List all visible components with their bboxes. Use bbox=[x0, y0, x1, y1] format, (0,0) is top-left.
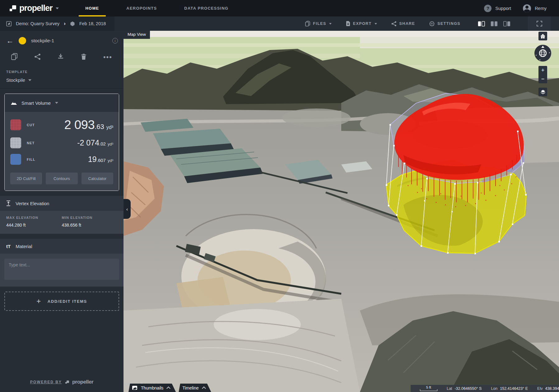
map-3d-scene[interactable] bbox=[123, 31, 559, 392]
primary-tabs: HOME AEROPOINTS DATA PROCESSING bbox=[72, 0, 242, 16]
map-back-icon bbox=[6, 21, 12, 26]
duplicate-button[interactable] bbox=[11, 53, 17, 61]
export-button[interactable]: EXPORT bbox=[346, 21, 377, 26]
mountain-icon bbox=[11, 101, 17, 105]
site-name: Demo: Quarry Survey bbox=[16, 21, 59, 26]
longitude-readout: Lon152.4146423° E bbox=[491, 386, 528, 391]
files-button[interactable]: FILES bbox=[305, 21, 331, 26]
map-status-bar: 5 ft Lat-32.0646550° S Lon152.4146423° E… bbox=[411, 385, 559, 392]
net-swatch bbox=[10, 137, 21, 148]
min-elevation-value: 438.656 ft bbox=[62, 223, 118, 228]
cutfill-2d-button[interactable]: 2D Cut/Fill bbox=[10, 173, 42, 184]
cut-swatch bbox=[10, 119, 21, 130]
zoom-control: + − bbox=[538, 66, 547, 83]
fill-volume-row: FILL 19.607yd³ bbox=[10, 151, 113, 168]
support-button[interactable]: ? Support bbox=[484, 5, 511, 12]
layout-right-panel-icon[interactable] bbox=[503, 21, 510, 26]
map-scale: 5 ft bbox=[420, 386, 437, 391]
tab-aeropoints[interactable]: AEROPOINTS bbox=[113, 0, 170, 16]
layers-button[interactable] bbox=[538, 88, 547, 96]
chevron-down-icon bbox=[329, 23, 332, 25]
fullscreen-icon[interactable] bbox=[537, 21, 542, 26]
share-icon bbox=[391, 21, 397, 26]
share-layer-button[interactable] bbox=[34, 53, 41, 61]
north-indicator-icon bbox=[541, 46, 544, 48]
brand-name: propeller bbox=[19, 3, 53, 13]
latitude-readout: Lat-32.0646550° S bbox=[447, 386, 482, 391]
globe-icon bbox=[538, 49, 547, 58]
powered-by: POWERED BY propeller bbox=[0, 379, 123, 392]
image-icon bbox=[132, 386, 137, 390]
vertex-elevation-section: Vertex Elevation MAX ELEVATION 444.280 f… bbox=[0, 196, 123, 234]
chevron-left-icon: ‹ bbox=[126, 206, 128, 212]
trash-icon bbox=[81, 53, 86, 60]
layer-name: stockpile-1 bbox=[31, 38, 54, 44]
calculator-button[interactable]: Calculator bbox=[82, 173, 113, 184]
layers-icon bbox=[540, 90, 546, 95]
share-button[interactable]: SHARE bbox=[391, 21, 415, 26]
elevation-icon bbox=[6, 201, 11, 206]
fill-swatch bbox=[10, 154, 21, 165]
help-icon: ? bbox=[484, 5, 491, 12]
avatar bbox=[523, 4, 531, 12]
delete-button[interactable] bbox=[81, 53, 86, 61]
plus-icon: + bbox=[36, 297, 41, 306]
back-button[interactable]: ← bbox=[6, 37, 14, 44]
chevron-down-icon[interactable] bbox=[56, 7, 59, 9]
breadcrumb-chevron-icon: › bbox=[64, 21, 66, 27]
smart-volume-card: Smart Volume CUT 2 093.63yd³ NET -2 074.… bbox=[4, 94, 119, 191]
material-input[interactable] bbox=[4, 259, 119, 280]
chevron-down-icon bbox=[28, 79, 31, 81]
material-section: tT Material bbox=[0, 239, 123, 287]
stockpile-overlay[interactable] bbox=[386, 93, 527, 254]
chevron-down-icon bbox=[55, 102, 58, 104]
layer-color-dot[interactable] bbox=[19, 37, 26, 44]
share-icon bbox=[34, 53, 41, 60]
zoom-in-button[interactable]: + bbox=[541, 67, 545, 73]
site-switcher[interactable]: Demo: Quarry Survey › Feb 18, 2018 bbox=[0, 16, 114, 31]
thumbnails-tab[interactable]: Thumbnails bbox=[128, 384, 176, 392]
more-options-icon[interactable]: ••• bbox=[103, 56, 112, 59]
text-icon: tT bbox=[6, 244, 11, 249]
home-view-button[interactable] bbox=[538, 32, 547, 40]
map-viewport: Map View ‹ + − bbox=[123, 31, 559, 392]
dataset-hexagon-icon bbox=[70, 21, 75, 26]
export-icon bbox=[346, 21, 350, 26]
contours-button[interactable]: Contours bbox=[46, 173, 77, 184]
material-header[interactable]: tT Material bbox=[0, 239, 123, 254]
cut-volume-row: CUT 2 093.63yd³ bbox=[10, 115, 113, 135]
compass-control[interactable] bbox=[534, 45, 551, 62]
net-value: -2 074 bbox=[77, 138, 99, 147]
tab-home[interactable]: HOME bbox=[72, 0, 113, 16]
download-button[interactable] bbox=[58, 53, 64, 61]
settings-button[interactable]: SETTINGS bbox=[429, 21, 460, 26]
sidebar-collapse-button[interactable]: ‹ bbox=[123, 199, 131, 219]
chevron-up-icon bbox=[167, 387, 170, 389]
download-icon bbox=[58, 53, 64, 60]
gear-icon bbox=[429, 21, 435, 26]
smart-volume-dropdown[interactable]: Smart Volume bbox=[5, 94, 119, 112]
layout-split-panel-icon[interactable] bbox=[491, 21, 498, 26]
home-icon bbox=[540, 34, 545, 39]
copy-icon bbox=[11, 53, 17, 60]
add-edit-items-button[interactable]: + ADD/EDIT ITEMS bbox=[4, 292, 119, 311]
survey-date[interactable]: Feb 18, 2018 bbox=[79, 21, 106, 26]
chevron-down-icon bbox=[375, 23, 377, 25]
vertex-elevation-header[interactable]: Vertex Elevation bbox=[0, 196, 123, 211]
max-elevation-label: MAX ELEVATION bbox=[6, 216, 62, 219]
template-dropdown[interactable]: Stockpile bbox=[6, 77, 117, 83]
inspector-sidebar: ← stockpile-1 i bbox=[0, 31, 123, 392]
files-icon bbox=[305, 21, 310, 26]
min-elevation-label: MIN ELEVATION bbox=[62, 216, 118, 219]
tab-data-processing[interactable]: DATA PROCESSING bbox=[170, 0, 242, 16]
info-icon[interactable]: i bbox=[112, 38, 118, 44]
cut-value: 2 093 bbox=[64, 118, 95, 132]
propeller-logo[interactable]: propeller bbox=[0, 0, 63, 16]
user-menu[interactable]: Remy bbox=[523, 4, 547, 12]
zoom-out-button[interactable]: − bbox=[541, 76, 545, 82]
scale-bracket bbox=[420, 389, 437, 391]
elevation-readout: Elv438.394 ft bbox=[537, 386, 559, 391]
timeline-tab[interactable]: Timeline bbox=[179, 384, 211, 392]
chevron-up-icon bbox=[203, 387, 206, 389]
layout-single-panel-icon[interactable] bbox=[478, 21, 485, 26]
